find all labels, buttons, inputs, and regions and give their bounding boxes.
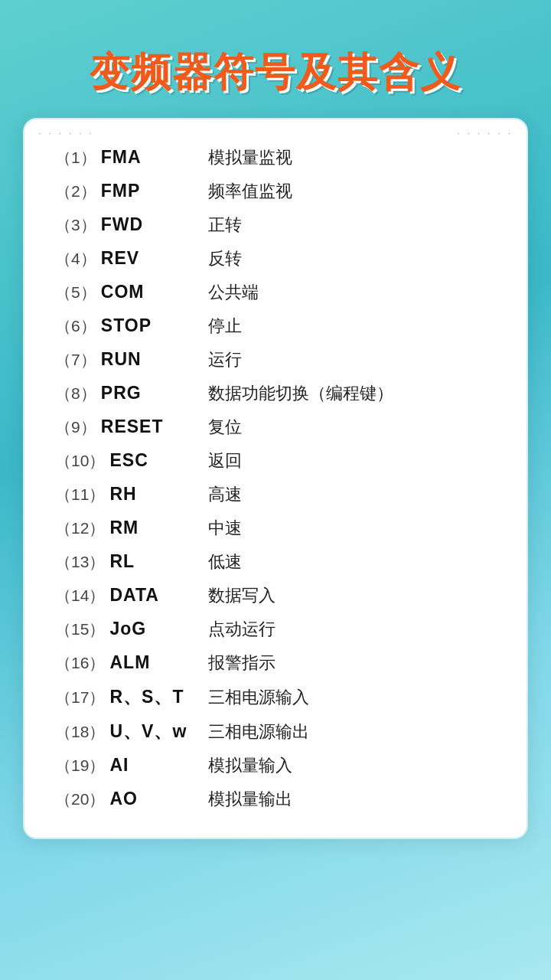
item-code: DATA [109,585,158,605]
item-number: （9） [55,418,96,436]
item-meaning: 模拟量监视 [205,141,499,175]
num-code-cell: （18） U、V、w [52,714,205,749]
table-row: （1） FMA模拟量监视 [52,141,499,175]
num-code-cell: （11） RH [52,478,205,511]
item-number: （11） [55,485,105,503]
item-code: JoG [109,619,146,639]
item-number: （19） [55,756,105,774]
item-number: （12） [55,519,105,537]
item-meaning: 数据写入 [205,579,499,612]
item-code: ALM [109,652,150,672]
item-code: COM [101,282,145,302]
table-row: （11） RH高速 [52,478,499,511]
num-code-cell: （8） PRG [52,377,205,410]
table-row: （7） RUN运行 [52,343,499,377]
item-meaning: 三相电源输出 [205,714,499,749]
item-meaning: 模拟量输出 [205,782,499,816]
item-meaning: 公共端 [205,276,499,309]
symbol-table: （1） FMA模拟量监视（2） FMP频率值监视（3） FWD正转（4） REV… [52,141,499,816]
num-code-cell: （12） RM [52,511,205,545]
item-number: （1） [55,149,96,166]
num-code-cell: （2） FMP [52,175,205,208]
item-meaning: 反转 [205,242,499,276]
item-meaning: 频率值监视 [205,175,499,208]
item-code: FMP [101,181,141,201]
item-code: FWD [101,214,143,234]
item-number: （6） [55,317,96,335]
table-row: （17） R、S、T三相电源输入 [52,680,499,714]
num-code-cell: （7） RUN [52,343,205,377]
item-number: （3） [55,216,96,234]
item-meaning: 模拟量输入 [205,749,499,782]
item-code: STOP [101,315,152,335]
num-code-cell: （13） RL [52,545,205,579]
num-code-cell: （10） ESC [52,444,205,478]
item-number: （2） [55,182,96,200]
item-number: （14） [55,586,105,604]
item-meaning: 报警指示 [205,646,499,680]
item-number: （10） [55,452,105,469]
item-number: （20） [55,790,105,808]
item-meaning: 正转 [205,208,499,242]
num-code-cell: （9） RESET [52,410,205,444]
item-meaning: 复位 [205,410,499,444]
num-code-cell: （4） REV [52,242,205,276]
num-code-cell: （5） COM [52,276,205,309]
item-code: PRG [101,383,142,403]
item-code: AI [109,755,129,775]
item-code: RM [109,518,139,537]
num-code-cell: （1） FMA [52,141,205,175]
table-row: （12） RM中速 [52,511,499,545]
table-row: （5） COM公共端 [52,276,499,309]
item-code: U、V、w [109,721,187,741]
item-code: RUN [101,349,142,369]
table-row: （19） AI模拟量输入 [52,749,499,782]
page-title: 变频器符号及其含义 [90,46,461,100]
item-number: （8） [55,384,96,402]
item-number: （18） [55,723,105,740]
item-code: ESC [109,450,148,470]
table-row: （4） REV反转 [52,242,499,276]
item-meaning: 中速 [205,511,499,545]
num-code-cell: （6） STOP [52,309,205,343]
table-row: （16） ALM报警指示 [52,646,499,680]
table-row: （15） JoG点动运行 [52,612,499,646]
symbol-table-card: （1） FMA模拟量监视（2） FMP频率值监视（3） FWD正转（4） REV… [23,118,528,839]
num-code-cell: （17） R、S、T [52,680,205,714]
item-meaning: 运行 [205,343,499,377]
item-code: FMA [101,147,142,167]
num-code-cell: （15） JoG [52,612,205,646]
item-number: （15） [55,620,105,638]
num-code-cell: （20） AO [52,782,205,816]
item-meaning: 停止 [205,309,499,343]
num-code-cell: （16） ALM [52,646,205,680]
table-row: （14） DATA数据写入 [52,579,499,612]
table-row: （2） FMP频率值监视 [52,175,499,208]
item-number: （7） [55,351,96,368]
item-number: （16） [55,654,105,671]
item-code: REV [101,248,139,268]
table-row: （10） ESC返回 [52,444,499,478]
item-code: RESET [101,416,164,436]
table-row: （18） U、V、w三相电源输出 [52,714,499,749]
num-code-cell: （19） AI [52,749,205,782]
table-row: （20） AO模拟量输出 [52,782,499,816]
item-code: RL [109,551,135,571]
item-code: RH [109,484,136,504]
item-meaning: 高速 [205,478,499,511]
item-meaning: 低速 [205,545,499,579]
item-code: AO [109,789,138,808]
table-row: （6） STOP停止 [52,309,499,343]
item-code: R、S、T [109,687,184,707]
item-number: （5） [55,283,96,301]
item-number: （13） [55,553,105,570]
item-meaning: 返回 [205,444,499,478]
item-meaning: 三相电源输入 [205,680,499,714]
num-code-cell: （14） DATA [52,579,205,612]
item-meaning: 数据功能切换（编程键） [205,377,499,410]
table-row: （3） FWD正转 [52,208,499,242]
table-row: （13） RL低速 [52,545,499,579]
table-row: （9） RESET复位 [52,410,499,444]
table-row: （8） PRG数据功能切换（编程键） [52,377,499,410]
item-number: （4） [55,250,96,267]
